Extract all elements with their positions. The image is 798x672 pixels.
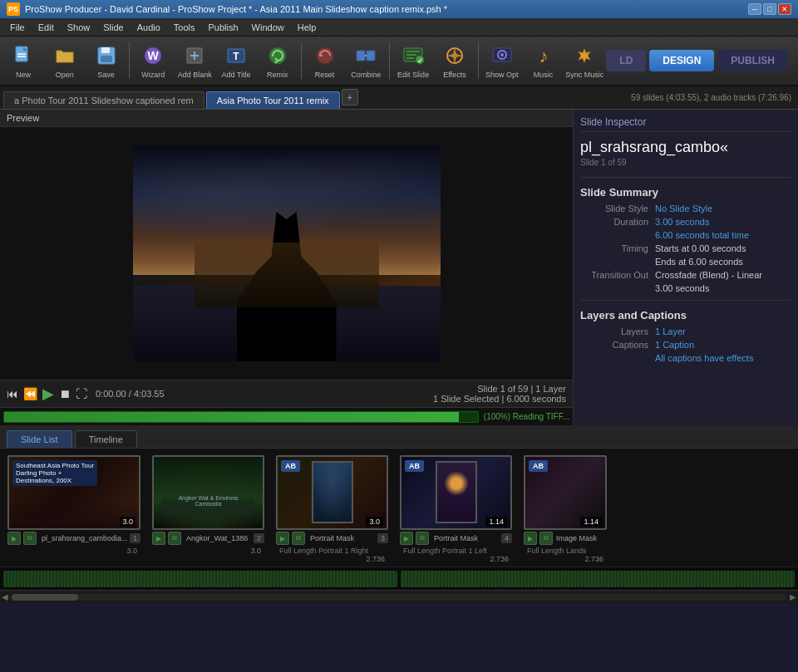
slide-num-4: 4: [501, 533, 512, 543]
menu-help[interactable]: Help: [291, 21, 323, 34]
menu-publish[interactable]: Publish: [202, 21, 245, 34]
save-icon: [93, 42, 120, 69]
slide-copy-icon-4: ⧉: [416, 532, 429, 545]
scroll-left-button[interactable]: ◀: [2, 592, 8, 601]
slide-info-row-4: ▶ ⧉ Portrait Mask 4: [400, 530, 512, 547]
menu-file[interactable]: File: [3, 21, 32, 34]
mode-publish-button[interactable]: PUBLISH: [717, 50, 788, 71]
add-blank-icon: [181, 42, 208, 69]
effects-button[interactable]: Effects: [435, 38, 475, 83]
save-label: Save: [97, 71, 115, 79]
progress-bar-container: (100%) Reading TIFF...: [0, 407, 573, 425]
edit-slide-button[interactable]: ✓ Edit Slide: [393, 38, 433, 83]
thumb-duration-1: 3.0: [120, 517, 135, 527]
bottom-tabs: Slide List Timeline: [0, 425, 798, 449]
save-button[interactable]: Save: [86, 38, 126, 83]
add-title-button[interactable]: T Add Title: [216, 38, 256, 83]
toolbar-separator-4: [478, 42, 479, 79]
inspector-title: Slide Inspector: [580, 116, 791, 132]
slide-play-icon-5: ▶: [524, 532, 537, 545]
remix-label: Remix: [267, 71, 288, 79]
stop-button[interactable]: ⏹: [59, 387, 71, 400]
slide-thumb-4[interactable]: AB 1.14 ▶ ⧉ Portrait Mask 4 Full Length …: [396, 455, 516, 563]
captions-value: 1 Caption: [655, 340, 791, 350]
slide-info-line2: 1 Slide Selected | 6.000 seconds: [433, 394, 566, 404]
music-icon: ♪: [530, 42, 557, 69]
step-back-button[interactable]: ⏪: [23, 387, 37, 400]
slide-thumb-2[interactable]: AB 3.0 Angkor Wat & EnvironsCambodia ▶ ⧉…: [148, 455, 268, 563]
mode-design-button[interactable]: DESIGN: [649, 50, 714, 71]
effects-icon: [441, 42, 468, 69]
svg-point-27: [500, 53, 504, 56]
slide-inspector: Slide Inspector pl_srahsrang_cambo« Slid…: [574, 110, 798, 425]
tab-2[interactable]: Asia Photo Tour 2011 remix: [206, 91, 340, 109]
tab-timeline[interactable]: Timeline: [75, 430, 137, 448]
open-button[interactable]: Open: [45, 38, 85, 83]
toolbar-separator-1: [129, 42, 130, 79]
transition-dur-value: 3.00 seconds: [655, 283, 791, 293]
thumb-ab-badge-4: AB: [405, 460, 424, 472]
open-label: Open: [56, 71, 74, 79]
slide-thumb-5[interactable]: AB 1.14 ▶ ⧉ Image Mask Full Length Lands…: [520, 455, 611, 563]
window-controls: ─ □ ✕: [748, 3, 791, 15]
rewind-to-start-button[interactable]: ⏮: [7, 387, 18, 400]
combine-button[interactable]: Combine: [346, 38, 386, 83]
prop-timing: Timing Starts at 0.00 seconds: [580, 243, 791, 253]
scrollbar-track[interactable]: [12, 594, 786, 601]
duration-label: Duration: [580, 217, 655, 227]
menu-show[interactable]: Show: [61, 21, 97, 34]
timing-value: Starts at 0.00 seconds: [655, 243, 791, 253]
window-title: ProShow Producer - David Cardinal - ProS…: [25, 4, 748, 14]
menu-audio[interactable]: Audio: [131, 21, 167, 34]
menu-tools[interactable]: Tools: [167, 21, 202, 34]
slide-summary-header: Slide Summary: [580, 186, 791, 199]
preview-ground: [195, 243, 379, 307]
tab-slide-list[interactable]: Slide List: [7, 430, 72, 448]
tab-1[interactable]: a Photo Tour 2011 Slideshow captioned re…: [3, 91, 204, 109]
menu-edit[interactable]: Edit: [32, 21, 61, 34]
maximize-button[interactable]: □: [763, 3, 776, 15]
add-blank-button[interactable]: Add Blank: [175, 38, 214, 83]
new-button[interactable]: New: [3, 38, 43, 83]
slide-info-row-2: ▶ ⧉ Angkor_Wat_1386 2: [152, 530, 264, 547]
minimize-button[interactable]: ─: [748, 3, 761, 15]
prop-transition-out: Transition Out Crossfade (Blend) - Linea…: [580, 270, 791, 280]
slide-info-row-5: ▶ ⧉ Image Mask: [524, 530, 607, 547]
slide-copy-icon-2: ⧉: [168, 532, 181, 545]
reset-button[interactable]: Reset: [305, 38, 345, 83]
menu-window[interactable]: Window: [245, 21, 291, 34]
thumb-img-3: AB 3.0: [276, 455, 388, 530]
menu-slide[interactable]: Slide: [96, 21, 130, 34]
mode-ld-button[interactable]: LD: [606, 50, 646, 71]
new-icon: [10, 42, 37, 69]
captions-extra-value: All captions have effects: [655, 353, 791, 363]
slide-copy-icon-5: ⧉: [539, 532, 553, 545]
slide-thumb-1[interactable]: Southeast Asia Photo TourDarling Photo +…: [3, 455, 145, 563]
music-button[interactable]: ♪ Music: [524, 38, 564, 83]
horizontal-scrollbar[interactable]: ◀ ▶: [0, 590, 798, 603]
thumb-img-5: AB 1.14: [524, 455, 607, 530]
scrollbar-thumb[interactable]: [12, 594, 78, 601]
remix-icon: [264, 42, 291, 69]
add-tab-button[interactable]: +: [342, 89, 358, 105]
prop-layers: Layers 1 Layer: [580, 326, 791, 336]
fullscreen-button[interactable]: ⛶: [76, 387, 87, 400]
close-button[interactable]: ✕: [778, 3, 791, 15]
scroll-right-button[interactable]: ▶: [790, 592, 796, 601]
svg-text:♪: ♪: [539, 46, 548, 66]
play-button[interactable]: ▶: [42, 385, 54, 403]
svg-rect-5: [101, 56, 112, 62]
wizard-button[interactable]: W Wizard: [133, 38, 173, 83]
sync-music-button[interactable]: Sync Music: [564, 38, 604, 83]
slide-play-icon-2: ▶: [152, 532, 165, 545]
waveform-left: [3, 571, 397, 587]
slide-thumb-3[interactable]: AB 3.0 ▶ ⧉ Portrait Mask 3 Full Length P…: [272, 455, 392, 563]
waveform-right: [401, 571, 795, 587]
slide-style-value: No Slide Style: [655, 204, 791, 213]
slide-name-5: Image Mask: [556, 534, 607, 542]
slide-play-icon-1: ▶: [7, 532, 21, 545]
remix-button[interactable]: Remix: [258, 38, 298, 83]
combine-icon: [352, 42, 379, 69]
open-icon: [52, 42, 78, 69]
show-opt-button[interactable]: Show Opt: [482, 38, 522, 83]
